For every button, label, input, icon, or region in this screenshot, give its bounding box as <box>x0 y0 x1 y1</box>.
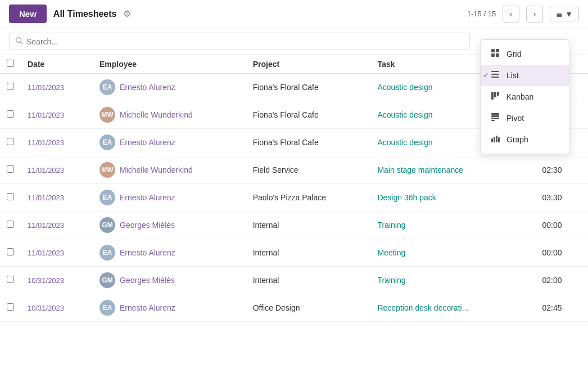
view-option-pivot-label: Pivot <box>506 114 524 123</box>
employee-name: Georges Miélès <box>120 276 175 285</box>
row-checkbox-cell[interactable] <box>0 294 21 322</box>
row-extra <box>568 129 588 156</box>
row-checkbox[interactable] <box>7 165 14 173</box>
row-employee[interactable]: MWMichelle Wunderkind <box>93 101 246 129</box>
svg-rect-9 <box>497 92 499 96</box>
row-checkbox[interactable] <box>7 83 14 90</box>
task-link[interactable]: Reception desk decorati... <box>377 303 468 312</box>
svg-rect-6 <box>491 77 499 78</box>
row-checkbox[interactable] <box>7 276 14 283</box>
row-task[interactable]: Design 36h pack <box>370 184 521 212</box>
list-icon <box>490 70 501 81</box>
view-option-graph-label: Graph <box>506 135 528 144</box>
svg-rect-12 <box>491 118 499 119</box>
view-option-list[interactable]: ✓ List <box>481 65 569 86</box>
select-all-checkbox[interactable] <box>7 60 14 67</box>
view-toggle-button[interactable]: ≣ ▼ <box>550 7 579 21</box>
row-checkbox[interactable] <box>7 110 14 118</box>
svg-rect-5 <box>491 74 499 75</box>
row-checkbox-cell[interactable] <box>0 212 21 239</box>
view-option-graph[interactable]: Graph <box>481 129 569 150</box>
row-time: 02:00 <box>521 267 569 294</box>
row-employee[interactable]: EAErnesto Alurenz <box>93 294 246 322</box>
svg-rect-1 <box>496 49 499 52</box>
row-employee[interactable]: EAErnesto Alurenz <box>93 74 246 101</box>
pagination-info: 1-15 / 15 <box>467 10 496 18</box>
row-checkbox-cell[interactable] <box>0 129 21 156</box>
search-input[interactable] <box>26 37 464 46</box>
row-checkbox[interactable] <box>7 248 14 255</box>
row-checkbox-cell[interactable] <box>0 239 21 267</box>
select-all-header[interactable] <box>0 55 21 74</box>
task-link[interactable]: Training <box>377 276 405 285</box>
new-button[interactable]: New <box>9 5 47 23</box>
task-link[interactable]: Main stage maintenance <box>377 165 463 174</box>
svg-rect-0 <box>491 49 495 52</box>
view-option-list-label: List <box>506 71 519 80</box>
row-checkbox-cell[interactable] <box>0 267 21 294</box>
row-employee[interactable]: EAErnesto Alurenz <box>93 184 246 212</box>
row-date: 11/01/2023 <box>21 239 93 267</box>
svg-rect-4 <box>491 71 499 72</box>
view-option-pivot[interactable]: Pivot <box>481 107 569 129</box>
row-employee[interactable]: EAErnesto Alurenz <box>93 239 246 267</box>
row-project: Paolo's Pizza Palace <box>246 184 371 212</box>
svg-rect-10 <box>491 113 499 115</box>
avatar: GM <box>99 217 115 233</box>
task-link[interactable]: Meeting <box>377 248 405 257</box>
task-link[interactable]: Acoustic design <box>377 138 432 147</box>
row-date: 10/31/2023 <box>21 294 93 322</box>
svg-line-19 <box>21 42 23 44</box>
row-task[interactable]: Meeting <box>370 239 521 267</box>
svg-rect-14 <box>491 138 493 142</box>
task-link[interactable]: Acoustic design <box>377 83 432 92</box>
table-row: 11/01/2023MWMichelle WunderkindField Ser… <box>0 156 588 184</box>
row-task[interactable]: Training <box>370 267 521 294</box>
row-date: 11/01/2023 <box>21 101 93 129</box>
search-input-wrap <box>9 33 470 50</box>
row-extra <box>568 294 588 322</box>
col-extra <box>568 55 588 74</box>
row-checkbox-cell[interactable] <box>0 101 21 129</box>
task-link[interactable]: Design 36h pack <box>377 193 436 202</box>
row-checkbox[interactable] <box>7 138 14 145</box>
row-employee[interactable]: GMGeorges Miélès <box>93 212 246 239</box>
row-task[interactable]: Reception desk decorati... <box>370 294 521 322</box>
svg-rect-17 <box>498 137 500 142</box>
row-time: 02:45 <box>521 294 569 322</box>
row-checkbox[interactable] <box>7 193 14 200</box>
employee-name: Georges Miélès <box>120 221 175 230</box>
row-employee[interactable]: MWMichelle Wunderkind <box>93 156 246 184</box>
col-project: Project <box>246 55 371 74</box>
view-option-kanban[interactable]: Kanban <box>481 86 569 107</box>
view-option-grid[interactable]: Grid <box>481 43 569 65</box>
row-task[interactable]: Training <box>370 212 521 239</box>
gear-icon[interactable]: ⚙ <box>123 8 131 19</box>
avatar: EA <box>99 79 115 95</box>
avatar: EA <box>99 134 115 150</box>
avatar: EA <box>99 300 115 316</box>
row-project: Fiona's Floral Cafe <box>246 74 371 101</box>
svg-rect-8 <box>494 92 496 97</box>
employee-name: Michelle Wunderkind <box>120 165 193 174</box>
row-task[interactable]: Main stage maintenance <box>370 156 521 184</box>
row-checkbox[interactable] <box>7 221 14 228</box>
row-project: Internal <box>246 212 371 239</box>
employee-name: Ernesto Alurenz <box>120 303 175 312</box>
prev-page-button[interactable]: ‹ <box>503 6 519 23</box>
task-link[interactable]: Acoustic design <box>377 110 432 119</box>
row-employee[interactable]: EAErnesto Alurenz <box>93 129 246 156</box>
next-page-button[interactable]: › <box>526 6 543 23</box>
employee-name: Ernesto Alurenz <box>120 193 175 202</box>
row-date: 11/01/2023 <box>21 184 93 212</box>
task-link[interactable]: Training <box>377 221 405 230</box>
avatar: MW <box>99 107 115 123</box>
row-checkbox-cell[interactable] <box>0 74 21 101</box>
row-checkbox[interactable] <box>7 303 14 311</box>
row-employee[interactable]: GMGeorges Miélès <box>93 267 246 294</box>
row-extra <box>568 101 588 129</box>
col-date: Date <box>21 55 93 74</box>
row-checkbox-cell[interactable] <box>0 156 21 184</box>
row-date: 11/01/2023 <box>21 212 93 239</box>
row-checkbox-cell[interactable] <box>0 184 21 212</box>
